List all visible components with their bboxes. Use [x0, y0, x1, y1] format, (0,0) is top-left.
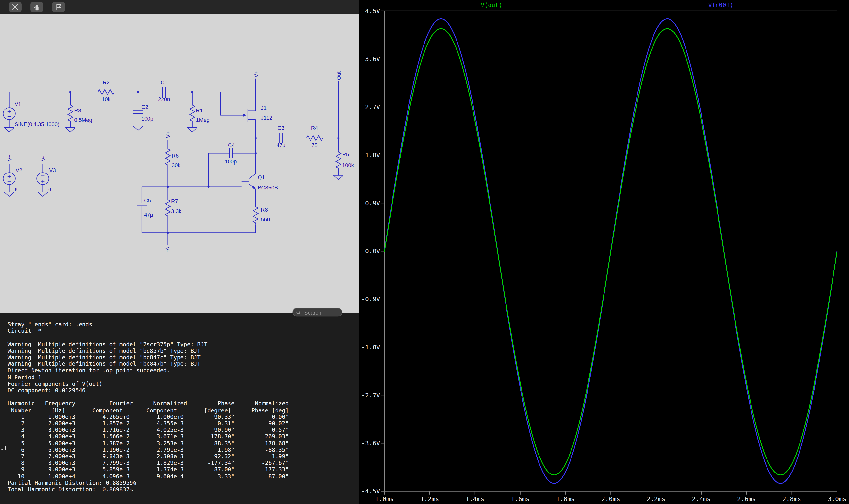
- svg-text:2.7V: 2.7V: [365, 103, 380, 110]
- c4-capacitor[interactable]: [229, 148, 232, 158]
- ground-symbol: [66, 128, 75, 132]
- r3-ref[interactable]: R3: [74, 108, 81, 114]
- v3-ref[interactable]: V3: [49, 167, 56, 173]
- c4-value[interactable]: 100p: [225, 159, 237, 165]
- r3-resistor[interactable]: [68, 103, 73, 123]
- r4-value[interactable]: 75: [312, 142, 317, 148]
- schematic-labels: V1 SINE(0 4.35 1000) R2 10k C1 220n R3 0…: [6, 71, 354, 252]
- q1-ref[interactable]: Q1: [258, 174, 265, 180]
- svg-text:1.6ms: 1.6ms: [511, 496, 530, 503]
- v3-source[interactable]: [37, 173, 49, 184]
- ground-symbol: [334, 175, 343, 180]
- svg-text:1.2ms: 1.2ms: [420, 496, 439, 503]
- c5-ref[interactable]: C5: [144, 197, 151, 203]
- r7-value[interactable]: 3.3k: [171, 208, 182, 214]
- svg-text:2.6ms: 2.6ms: [737, 496, 756, 503]
- r7-resistor[interactable]: [165, 198, 171, 218]
- search-box[interactable]: [292, 308, 342, 317]
- svg-text:2.8ms: 2.8ms: [782, 496, 801, 503]
- r4-resistor[interactable]: [305, 136, 324, 141]
- q1-npn[interactable]: [242, 172, 255, 191]
- r3-value[interactable]: 0.5Meg: [74, 117, 92, 123]
- ground-symbol: [38, 192, 48, 197]
- v1-value[interactable]: SINE(0 4.35 1000): [15, 121, 59, 127]
- v2-value[interactable]: 6: [15, 186, 17, 193]
- r1-ref[interactable]: R1: [196, 108, 203, 114]
- c3-capacitor[interactable]: [280, 133, 282, 143]
- svg-text:2.0ms: 2.0ms: [601, 496, 620, 503]
- r5-value[interactable]: 100k: [342, 162, 354, 168]
- vminus-flag[interactable]: V-: [164, 247, 171, 252]
- c1-value[interactable]: 220n: [158, 96, 170, 102]
- r5-ref[interactable]: R5: [342, 151, 349, 158]
- c2-value[interactable]: 100p: [141, 116, 154, 122]
- ground-symbol: [188, 128, 197, 132]
- r2-resistor[interactable]: [96, 90, 116, 94]
- terminal-output: Stray ".ends" card: .ends Circuit: * War…: [0, 313, 359, 493]
- svg-text:3.0ms: 3.0ms: [828, 496, 846, 503]
- r2-value[interactable]: 10k: [102, 96, 110, 102]
- tools-button[interactable]: [8, 2, 22, 12]
- out-flag[interactable]: Out: [336, 71, 342, 80]
- c3-ref[interactable]: C3: [278, 125, 284, 131]
- svg-text:0.0V: 0.0V: [365, 248, 380, 255]
- v1-ref[interactable]: V1: [15, 101, 21, 107]
- c2-capacitor[interactable]: [133, 110, 143, 113]
- r1-resistor[interactable]: [190, 103, 195, 123]
- junction-dots: [69, 91, 339, 234]
- ground-symbol: [133, 126, 143, 130]
- q1-value[interactable]: BC850B: [258, 184, 278, 191]
- r2-ref[interactable]: R2: [103, 79, 110, 86]
- app-window: V1 SINE(0 4.35 1000) R2 10k C1 220n R3 0…: [0, 0, 849, 504]
- r7-ref[interactable]: R7: [171, 198, 178, 204]
- r8-ref[interactable]: R8: [261, 207, 268, 213]
- svg-text:2.2ms: 2.2ms: [647, 496, 665, 503]
- r6-ref[interactable]: R6: [172, 152, 178, 159]
- v2-source[interactable]: [3, 173, 15, 184]
- schematic-canvas[interactable]: V1 SINE(0 4.35 1000) R2 10k C1 220n R3 0…: [0, 14, 359, 313]
- c1-ref[interactable]: C1: [161, 79, 167, 86]
- c4-ref[interactable]: C4: [228, 142, 235, 148]
- svg-text:4.5V: 4.5V: [365, 7, 380, 15]
- r8-resistor[interactable]: [253, 205, 258, 224]
- r6-value[interactable]: 30k: [172, 162, 180, 168]
- c3-value[interactable]: 47µ: [277, 142, 286, 148]
- waveform-plot[interactable]: V(out) V(n001) 4.5V3.6V2.7V1.8V0.9V0.0V-…: [359, 0, 849, 504]
- c2-ref[interactable]: C2: [141, 104, 148, 110]
- c1-capacitor[interactable]: [162, 87, 165, 97]
- flag-button[interactable]: [52, 2, 65, 12]
- svg-text:-4.5V: -4.5V: [361, 488, 380, 495]
- search-icon: [296, 309, 301, 315]
- plot-svg: 4.5V3.6V2.7V1.8V0.9V0.0V-0.9V-1.8V-2.7V-…: [359, 0, 849, 504]
- flag-icon: [55, 3, 62, 11]
- search-input[interactable]: [303, 309, 339, 316]
- hand-icon: [33, 3, 41, 11]
- j1-ref[interactable]: J1: [261, 105, 267, 111]
- svg-text:-3.6V: -3.6V: [361, 440, 380, 447]
- legend-vout[interactable]: V(out): [481, 2, 502, 9]
- log-panel[interactable]: Stray ".ends" card: .ends Circuit: * War…: [0, 313, 359, 504]
- svg-text:-1.8V: -1.8V: [361, 344, 380, 351]
- j1-value[interactable]: J112: [261, 115, 272, 121]
- vminus-flag[interactable]: V-: [40, 156, 46, 161]
- vplus-flag[interactable]: V+: [6, 155, 13, 161]
- v3-value[interactable]: 6: [48, 186, 51, 193]
- svg-text:1.4ms: 1.4ms: [466, 496, 484, 503]
- legend-vn001[interactable]: V(n001): [708, 2, 733, 9]
- r6-resistor[interactable]: [165, 147, 171, 167]
- v2-ref[interactable]: V2: [16, 167, 22, 173]
- vplus-flag[interactable]: V+: [165, 131, 171, 138]
- r8-value[interactable]: 560: [261, 216, 270, 222]
- c5-value[interactable]: 47µ: [144, 212, 153, 218]
- svg-text:1.8ms: 1.8ms: [556, 496, 575, 503]
- j1-jfet[interactable]: [240, 107, 255, 124]
- vplus-flag[interactable]: V+: [253, 71, 259, 77]
- v1-source[interactable]: [3, 108, 15, 120]
- r5-resistor[interactable]: [336, 150, 341, 170]
- hand-button[interactable]: [30, 2, 43, 12]
- svg-text:-2.7V: -2.7V: [361, 392, 380, 399]
- r4-ref[interactable]: R4: [311, 125, 318, 131]
- r1-value[interactable]: 1Meg: [196, 117, 210, 123]
- clipped-output-label: UT: [0, 445, 7, 451]
- svg-text:2.4ms: 2.4ms: [692, 496, 711, 503]
